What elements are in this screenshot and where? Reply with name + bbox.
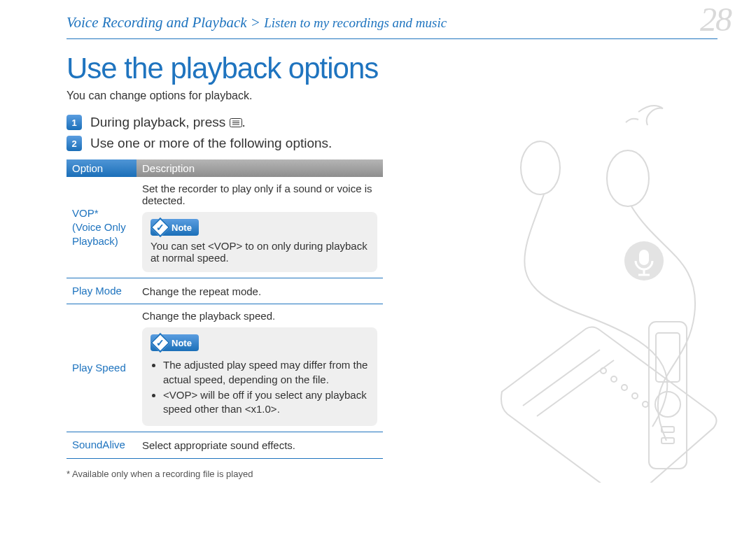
svg-rect-19	[662, 438, 674, 443]
breadcrumb-sep: >	[251, 14, 260, 31]
menu-icon	[230, 118, 242, 127]
note-icon: ✓	[150, 333, 170, 353]
breadcrumb: Voice Recording and Playback > Listen to…	[66, 14, 718, 39]
table-row: VOP* (Voice Only Playback) Set the recor…	[66, 177, 383, 278]
desc-soundalive: Select appropriate sound effects.	[136, 432, 383, 458]
option-play-mode: Play Mode	[66, 278, 136, 304]
option-vop: VOP* (Voice Only Playback)	[66, 177, 136, 278]
desc-play-mode: Change the repeat mode.	[136, 278, 383, 304]
table-row: SoundAlive Select appropriate sound effe…	[66, 432, 383, 458]
option-soundalive: SoundAlive	[66, 432, 136, 458]
step-2-text: Use one or more of the following options…	[90, 136, 332, 151]
breadcrumb-main: Voice Recording and Playback	[66, 14, 247, 31]
table-row: Play Mode Change the repeat mode.	[66, 278, 383, 304]
svg-point-11	[611, 376, 617, 382]
svg-point-13	[632, 393, 638, 399]
option-play-speed: Play Speed	[66, 304, 136, 432]
svg-point-12	[622, 385, 627, 390]
note-box: ✓ Note You can set <VOP> to on only duri…	[142, 212, 377, 272]
svg-point-17	[655, 392, 680, 417]
svg-rect-15	[649, 322, 687, 469]
page-number: 28	[700, 0, 731, 38]
svg-point-5	[607, 150, 649, 206]
table-row: Play Speed Change the playback speed. ✓ …	[66, 304, 383, 432]
th-option: Option	[66, 159, 136, 177]
step-number-badge: 2	[66, 136, 82, 151]
note-label: ✓ Note	[150, 334, 199, 351]
step-number-badge: 1	[66, 115, 82, 130]
svg-point-14	[643, 401, 648, 407]
decorative-illustration	[477, 77, 736, 483]
note-box: ✓ Note The adjusted play speed may diffe…	[142, 327, 377, 426]
desc-vop: Set the recorder to play only if a sound…	[136, 177, 383, 278]
note-icon: ✓	[150, 218, 170, 237]
th-description: Description	[136, 159, 383, 177]
note-label: ✓ Note	[150, 219, 199, 236]
breadcrumb-sub: Listen to my recordings and music	[264, 15, 447, 30]
step-1-text: During playback, press .	[90, 115, 246, 130]
note-list: The adjusted play speed may differ from …	[150, 358, 369, 416]
note-item: <VOP> will be off if you select any play…	[163, 388, 369, 417]
desc-play-speed: Change the playback speed. ✓ Note The ad…	[136, 304, 383, 432]
note-text: You can set <VOP> to on only during play…	[150, 240, 369, 264]
svg-rect-7	[639, 250, 649, 265]
svg-point-4	[521, 141, 560, 194]
note-item: The adjusted play speed may differ from …	[163, 358, 369, 387]
svg-point-10	[601, 368, 606, 374]
options-table: Option Description VOP* (Voice Only Play…	[66, 159, 383, 459]
